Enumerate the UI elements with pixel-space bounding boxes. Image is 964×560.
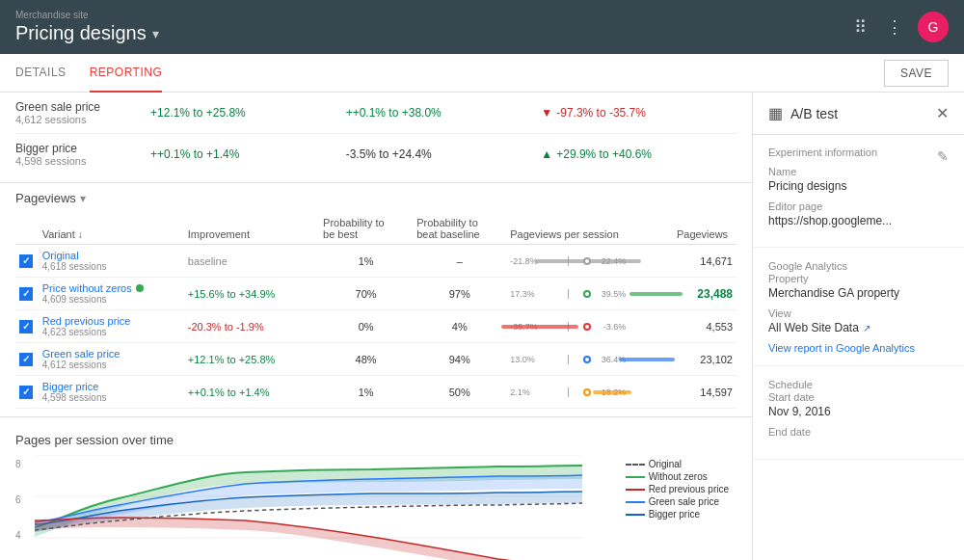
row-pageviews-4: 14,597 (673, 376, 736, 409)
dropdown-icon[interactable]: ▾ (152, 26, 159, 41)
th-improvement: Improvement (184, 213, 319, 245)
view-value: All Web Site Data (768, 321, 859, 334)
row-prob-best-4: 1% (319, 376, 413, 409)
top-stat-val3-2: ▲ +29.9% to +40.6% (541, 147, 736, 161)
edit-icon[interactable]: ✎ (937, 148, 949, 164)
exp-info-label: Experiment information (768, 147, 877, 158)
th-pv-session: Pageviews per session (506, 213, 673, 245)
table-row: Red previous price 4,623 sessions -20.3%… (15, 310, 736, 343)
row-improvement-3: +12.1% to +25.8% (184, 343, 319, 376)
row-checkbox-4[interactable] (15, 376, 39, 409)
y-label-8: 8 (15, 459, 21, 469)
name-value: Pricing designs (768, 179, 949, 193)
th-variant: Variant ↓ (39, 213, 184, 245)
sidebar-editor-row: Editor page https://shop.googleme... (768, 200, 949, 227)
header-title: Pricing designs (15, 22, 147, 44)
row-variant-4: Bigger price 4,598 sessions (39, 376, 184, 409)
editor-value: https://shop.googleme... (768, 214, 949, 227)
legend-line-bigger (626, 514, 645, 516)
row-improvement-4: ++0.1% to +1.4% (184, 376, 319, 409)
legend-line-zeros (626, 476, 645, 478)
pageviews-dropdown[interactable]: ▾ (80, 192, 86, 205)
content-area: Green sale price 4,612 sessions +12.1% t… (0, 93, 752, 560)
main-layout: Green sale price 4,612 sessions +12.1% t… (0, 93, 964, 560)
sidebar-name-row: Name Pricing designs (768, 166, 949, 193)
startdate-value: Nov 9, 2016 (768, 405, 949, 418)
row-improvement-2: -20.3% to -1.9% (184, 310, 319, 343)
analytics-link[interactable]: View report in Google Analytics (768, 342, 949, 354)
pageviews-section: Pageviews ▾ Variant ↓ Improvement Probab… (0, 183, 752, 416)
sidebar-enddate-row: End date (768, 426, 949, 440)
row-pageviews-3: 23,102 (673, 343, 736, 376)
row-variant-3: Green sale price 4,612 sessions (39, 343, 184, 376)
th-prob-best: Probability tobe best (319, 213, 413, 245)
row-pv-session-1: 17.3% 39.5% (506, 278, 673, 310)
row-checkbox-3[interactable] (15, 343, 39, 376)
chart-legend: Original Without zeros Red previous pric… (626, 459, 729, 521)
more-icon[interactable]: ⋮ (883, 15, 906, 39)
th-pageviews: Pageviews (673, 213, 736, 245)
close-icon[interactable]: ✕ (936, 104, 949, 122)
sidebar-header: ▦ A/B test ✕ (753, 93, 964, 135)
top-stat-val1-2: ++0.1% to +1.4% (150, 147, 346, 161)
legend-bigger: Bigger price (626, 509, 729, 520)
sidebar-schedule-section: Schedule Start date Nov 9, 2016 End date (753, 366, 964, 460)
grid-icon[interactable]: ⠿ (848, 15, 871, 39)
save-button[interactable]: SAVE (884, 60, 949, 87)
table-row: Bigger price 4,598 sessions ++0.1% to +1… (15, 376, 736, 409)
row-prob-baseline-1: 97% (413, 278, 506, 310)
sidebar-property-row: Property Merchandise GA property (768, 273, 949, 300)
row-checkbox-1[interactable] (15, 278, 39, 310)
row-variant-2: Red previous price 4,623 sessions (39, 310, 184, 343)
header-sub: Merchandise site Pricing designs ▾ (15, 10, 159, 44)
row-pv-session-0: -21.8% 22.4% (506, 245, 673, 278)
sidebar-title: A/B test (790, 106, 936, 121)
row-pageviews-2: 4,553 (673, 310, 736, 343)
table-row: Original 4,618 sessions baseline 1% – -2… (15, 245, 736, 278)
pageviews-header: Pageviews ▾ (15, 191, 736, 205)
th-checkbox (15, 213, 39, 245)
avatar[interactable]: G (918, 12, 949, 42)
y-label-6: 6 (15, 494, 21, 505)
chart-svg (35, 455, 582, 560)
table-row: Price without zeros 4,609 sessions +15.6… (15, 278, 736, 310)
sidebar-experiment-section: Experiment information ✎ Name Pricing de… (753, 135, 964, 248)
y-label-4: 4 (15, 530, 21, 541)
row-prob-best-1: 70% (319, 278, 413, 310)
external-link-icon[interactable]: ↗ (863, 323, 870, 333)
pageviews-title: Pageviews (15, 191, 76, 205)
chart-section: Pages per session over time 8 6 4 2 (0, 416, 752, 560)
row-pageviews-0: 14,671 (673, 245, 736, 278)
row-prob-best-2: 0% (319, 310, 413, 343)
ab-test-icon: ▦ (768, 104, 783, 122)
row-prob-baseline-0: – (413, 245, 506, 278)
row-improvement-1: +15.6% to +34.9% (184, 278, 319, 310)
top-stat-val2-1: ++0.1% to +38.0% (346, 106, 542, 120)
top-stats-section: Green sale price 4,612 sessions +12.1% t… (0, 93, 752, 183)
name-label: Name (768, 166, 949, 177)
row-prob-baseline-2: 4% (413, 310, 506, 343)
row-variant-1: Price without zeros 4,609 sessions (39, 278, 184, 310)
sidebar-exp-header: Experiment information ✎ (768, 147, 949, 166)
legend-without-zeros: Without zeros (626, 471, 729, 482)
top-stat-val1-1: +12.1% to +25.8% (150, 106, 346, 120)
sidebar-analytics-section: Google Analytics Property Merchandise GA… (753, 248, 964, 366)
row-checkbox-0[interactable] (15, 245, 39, 278)
row-pv-session-3: 13.0% 36.4% (506, 343, 673, 376)
row-checkbox-2[interactable] (15, 310, 39, 343)
sidebar: ▦ A/B test ✕ Experiment information ✎ Na… (752, 93, 964, 560)
top-stat-val2-2: -3.5% to +24.4% (346, 147, 542, 161)
header-icons: ⠿ ⋮ G (848, 12, 949, 42)
tab-reporting[interactable]: REPORTING (90, 54, 163, 93)
tabs-bar: DETAILS REPORTING SAVE (0, 54, 964, 93)
tab-details[interactable]: DETAILS (15, 54, 67, 93)
sidebar-view-row: View All Web Site Data ↗ (768, 307, 949, 334)
enddate-label: End date (768, 426, 949, 438)
editor-label: Editor page (768, 200, 949, 212)
legend-red-prev: Red previous price (626, 484, 729, 494)
sidebar-startdate-row: Start date Nov 9, 2016 (768, 391, 949, 418)
row-prob-baseline-4: 50% (413, 376, 506, 409)
row-pv-session-2: -35.7% -3.6% (506, 310, 673, 343)
analytics-label: Google Analytics (768, 260, 847, 272)
legend-original: Original (626, 459, 729, 469)
